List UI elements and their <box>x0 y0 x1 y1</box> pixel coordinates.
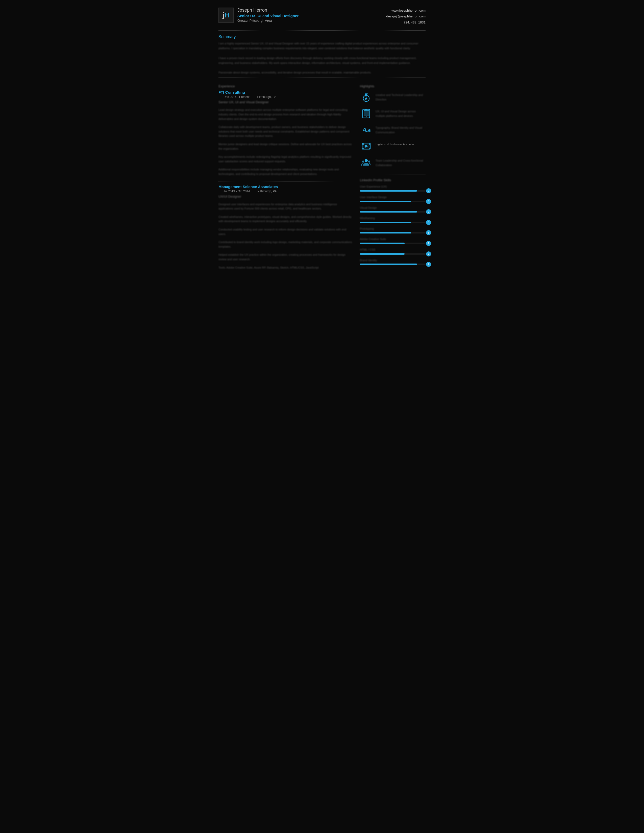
highlight-text-1: creative and Technical Leadership and Di… <box>375 92 425 102</box>
skill-bar-ux: User Experience (UX) 9 <box>360 185 425 191</box>
logo: jH <box>219 8 233 23</box>
highlights-section: Highlights creative and Technical Leader… <box>360 84 425 170</box>
skill-html-score: 7 <box>426 251 431 256</box>
highlight-item-2: UX, UI and Visual Design across multiple… <box>360 108 425 121</box>
fti-meta: Dec 2014 - Present Pittsburgh, PA <box>224 95 352 99</box>
phone: 724. 433. 1831 <box>386 19 425 25</box>
skill-proto-track: 8 <box>360 232 425 233</box>
svg-rect-13 <box>362 143 364 145</box>
msa-desc1: Designed user interfaces and experiences… <box>219 202 352 211</box>
tablet-icon <box>360 108 372 121</box>
skill-html-track: 7 <box>360 253 425 255</box>
skill-ux-label: User Experience (UX) <box>360 185 425 189</box>
summary-title: Summary <box>219 35 425 39</box>
svg-rect-5 <box>364 110 369 116</box>
skill-visual-track: 9 <box>360 211 425 212</box>
skill-wire-track: 8 <box>360 222 425 223</box>
fti-desc3: Mentor junior designers and lead design … <box>219 142 352 151</box>
header-name-block: Joseph Herron Senior UX, UI and Visual D… <box>237 8 298 23</box>
skill-adobe-track: 7 <box>360 243 425 244</box>
svg-rect-15 <box>362 148 364 149</box>
svg-rect-16 <box>369 148 370 149</box>
msa-desc4: Contributed to brand identity work inclu… <box>219 240 352 249</box>
main-content: Experience FTI Consulting Dec 2014 - Pre… <box>219 80 425 275</box>
email[interactable]: design@josephherron.com <box>386 13 425 19</box>
skill-brand-fill <box>360 264 417 265</box>
svg-marker-1 <box>364 97 368 100</box>
msa-meta: Jul 2013 - Oct 2014 Pittsburgh, PA <box>224 190 352 193</box>
skill-bars-title: LinkedIn Profile Skills <box>360 178 425 182</box>
fti-date: Dec 2014 - Present <box>224 95 250 99</box>
fti-desc2: Collaborate daily with development teams… <box>219 125 352 138</box>
skill-html-fill <box>360 253 404 255</box>
msa-location: Pittsburgh, PA <box>258 190 277 193</box>
header-left: jH Joseph Herron Senior UX, UI and Visua… <box>219 8 298 23</box>
website[interactable]: www.josephherron.com <box>386 8 425 13</box>
skill-ui-score: 8 <box>426 199 431 204</box>
team-icon <box>360 158 372 170</box>
highlight-item-3: Aa Typography, Brand Identity and Visual… <box>360 125 425 137</box>
summary-text1: I am a highly experienced Senior UX, UI … <box>219 41 425 75</box>
skill-ux-fill <box>360 190 417 191</box>
fti-desc4: Key accomplishments include redesigning … <box>219 155 352 164</box>
exp-item-msa: Management Science Associates Jul 2013 -… <box>219 185 352 270</box>
medal-icon <box>360 92 372 104</box>
skill-proto-score: 8 <box>426 230 431 235</box>
skill-bar-brand: Brand Identity 9 <box>360 258 425 265</box>
skill-ux-score: 9 <box>426 188 431 193</box>
fti-location: Pittsburgh, PA <box>257 95 276 99</box>
fti-desc1: Lead design strategy and execution acros… <box>219 108 352 121</box>
skill-bars-section: LinkedIn Profile Skills User Experience … <box>360 178 425 265</box>
skill-bar-html: HTML / CSS 7 <box>360 248 425 255</box>
highlight-text-2: UX, UI and Visual Design across multiple… <box>375 108 425 118</box>
skill-adobe-label: Adobe Creative Suite <box>360 237 425 241</box>
summary-divider <box>219 77 425 78</box>
svg-rect-14 <box>369 143 370 145</box>
person-location: Greater Pittsburgh Area <box>237 19 298 23</box>
skill-visual-label: Visual Design <box>360 206 425 210</box>
fti-desc5: Additional responsibilities include mana… <box>219 167 352 176</box>
skill-brand-label: Brand Identity <box>360 258 425 263</box>
skill-adobe-fill <box>360 243 404 244</box>
left-column: Experience FTI Consulting Dec 2014 - Pre… <box>219 80 352 275</box>
svg-point-8 <box>366 116 367 117</box>
skill-html-label: HTML / CSS <box>360 248 425 252</box>
skill-ui-fill <box>360 201 411 202</box>
skill-brand-score: 9 <box>426 262 431 267</box>
highlights-divider <box>360 174 425 174</box>
exp-item-fti: FTI Consulting Dec 2014 - Present Pittsb… <box>219 90 352 176</box>
header-divider <box>219 30 425 31</box>
svg-point-20 <box>368 161 370 162</box>
msa-date: Jul 2013 - Oct 2014 <box>224 190 250 193</box>
skill-ux-track: 9 <box>360 190 425 191</box>
person-name: Joseph Herron <box>237 8 298 13</box>
film-icon <box>360 141 372 153</box>
typography-icon: Aa <box>360 125 372 137</box>
svg-point-18 <box>365 159 368 162</box>
person-role: Senior UX, UI and Visual Designer <box>237 14 298 18</box>
experience-title: Experience <box>219 84 352 88</box>
msa-desc2: Created wireframes, interactive prototyp… <box>219 215 352 224</box>
fti-company: FTI Consulting <box>219 90 352 95</box>
msa-skills: Tools: Adobe Creative Suite, Axure RP, B… <box>219 265 352 270</box>
skill-proto-label: Prototyping <box>360 227 425 231</box>
msa-desc3: Conducted usability testing and user res… <box>219 227 352 236</box>
skill-bar-wire: Wireframing 8 <box>360 216 425 223</box>
highlight-text-4: Digital and Traditional Animation <box>375 141 415 146</box>
svg-point-19 <box>362 161 364 162</box>
header-contact: www.josephherron.com design@josephherron… <box>386 8 425 25</box>
skill-wire-score: 8 <box>426 220 431 225</box>
skill-bar-ui: User Interface Design 8 <box>360 195 425 202</box>
skill-ui-track: 8 <box>360 201 425 202</box>
summary-section: Summary I am a highly experienced Senior… <box>219 35 425 75</box>
skill-brand-track: 9 <box>360 264 425 265</box>
msa-desc5: Helped establish the UX practice within … <box>219 252 352 262</box>
msa-role: UX/UI Designer <box>219 195 352 198</box>
header: jH Joseph Herron Senior UX, UI and Visua… <box>219 8 425 28</box>
logo-j: j <box>222 11 224 19</box>
right-column: Highlights creative and Technical Leader… <box>360 80 425 275</box>
highlight-item-4: Digital and Traditional Animation <box>360 141 425 153</box>
skill-adobe-score: 7 <box>426 241 431 246</box>
exp-divider <box>219 182 352 182</box>
skill-bar-adobe: Adobe Creative Suite 7 <box>360 237 425 244</box>
